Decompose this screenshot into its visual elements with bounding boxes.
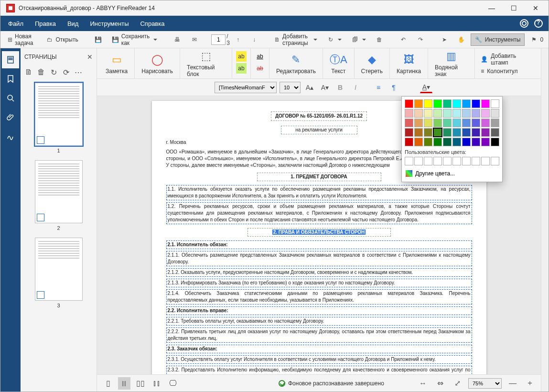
color-swatch[interactable] (405, 99, 413, 108)
more-thumb-icon[interactable]: ⋯ (74, 68, 83, 76)
color-swatch[interactable] (414, 99, 423, 108)
refresh-thumb-icon[interactable]: ⟳ (62, 68, 70, 76)
menu-edit[interactable]: Правка (29, 17, 62, 30)
color-swatch[interactable] (481, 138, 490, 146)
rotate-thumb-icon[interactable]: ↻ (49, 68, 58, 76)
undo-button[interactable]: ↶ (395, 33, 411, 46)
font-select[interactable]: [TimesNewRomanF (215, 82, 277, 93)
settings-icon[interactable] (520, 19, 528, 28)
delete-thumb-icon[interactable]: 🗑 (37, 68, 45, 76)
watermark-tool[interactable]: ▥Водяной знак (428, 48, 475, 78)
color-swatch[interactable] (414, 119, 423, 127)
add-stamp-button[interactable]: 👤Добавить штамп (481, 53, 533, 66)
pages-tab[interactable] (2, 51, 19, 68)
draw-tool[interactable]: ◯Нарисовать (135, 48, 180, 78)
more-colors-button[interactable]: Другие цвета... (405, 168, 499, 179)
user-color-swatch[interactable] (491, 157, 499, 165)
user-color-swatch[interactable] (472, 157, 480, 165)
thumbnail-1[interactable]: 1 (34, 83, 84, 153)
redo-button[interactable]: ↷ (412, 33, 429, 46)
color-swatch[interactable] (452, 119, 461, 127)
text-tool[interactable]: ⓉAТекст (323, 48, 355, 78)
color-swatch[interactable] (491, 128, 499, 137)
strikethrough-button[interactable]: ab (255, 63, 265, 74)
fit-width-button[interactable]: ↔ (417, 377, 429, 390)
color-swatch[interactable] (424, 138, 432, 146)
user-color-swatch[interactable] (481, 157, 490, 165)
user-color-swatch[interactable] (424, 157, 432, 165)
rotate-button[interactable]: ↻ (323, 33, 346, 46)
tools-button[interactable]: 🔧Инструменты (471, 33, 525, 46)
attachments-tab[interactable] (2, 109, 19, 126)
view-continuous-button[interactable]: ⫼ (118, 377, 130, 390)
color-swatch[interactable] (424, 109, 432, 118)
user-color-swatch[interactable] (414, 157, 423, 165)
color-swatch[interactable] (472, 128, 480, 137)
thumbnail-2[interactable]: 2 (34, 160, 84, 231)
color-swatch[interactable] (462, 119, 471, 127)
issues-button[interactable]: ⚑0 (526, 33, 548, 46)
color-swatch[interactable] (424, 99, 432, 108)
zoom-select[interactable]: 75% (468, 378, 502, 389)
add-pages-button[interactable]: 🗎Добавить страницы (270, 31, 322, 49)
close-button[interactable]: ✕ (525, 0, 547, 16)
page-up-button[interactable]: ↑ (230, 33, 246, 46)
page-input[interactable] (211, 34, 226, 45)
bookmarks-tab[interactable] (2, 70, 19, 87)
color-swatch[interactable] (462, 109, 471, 118)
signature-tab[interactable] (2, 128, 19, 145)
zoom-out-button[interactable]: — (506, 377, 519, 390)
menu-file[interactable]: Файл (2, 17, 29, 30)
color-swatch[interactable] (414, 109, 423, 118)
color-swatch[interactable] (433, 109, 442, 118)
color-swatch[interactable] (462, 138, 471, 146)
line-spacing-button[interactable]: ≡ (372, 82, 385, 93)
color-swatch[interactable] (472, 99, 480, 108)
font-size-select[interactable]: 10 (280, 82, 301, 93)
print-button[interactable]: 🖶 (169, 33, 185, 46)
color-swatch[interactable] (424, 119, 432, 127)
color-swatch[interactable] (443, 128, 452, 137)
user-color-swatch[interactable] (452, 157, 461, 165)
color-swatch[interactable] (443, 138, 452, 146)
help-icon[interactable] (534, 19, 543, 28)
erase-tool[interactable]: ◆Стереть (355, 48, 390, 78)
color-swatch[interactable] (462, 99, 471, 108)
color-swatch[interactable] (452, 109, 461, 118)
color-swatch[interactable] (405, 119, 413, 127)
color-swatch[interactable] (481, 128, 490, 137)
color-swatch[interactable] (491, 99, 499, 108)
color-swatch[interactable] (491, 109, 499, 118)
thumbnail-3[interactable]: 3 (34, 238, 84, 308)
textblock-tool[interactable]: ⬚Текстовый блок (180, 48, 232, 78)
color-swatch[interactable] (405, 109, 413, 118)
delete-page-button[interactable]: 🗑 (371, 33, 388, 46)
color-swatch[interactable] (433, 138, 442, 146)
user-color-swatch[interactable] (433, 157, 442, 165)
color-swatch[interactable] (491, 119, 499, 127)
page-down-button[interactable]: ↓ (246, 33, 262, 46)
highlight-yellow[interactable]: ab (236, 51, 247, 62)
color-swatch[interactable] (452, 128, 461, 137)
color-swatch[interactable] (443, 109, 452, 118)
header-footer-button[interactable]: ≡Колонтитул (481, 68, 533, 75)
color-swatch[interactable] (462, 128, 471, 137)
menu-tools[interactable]: Инструменты (84, 17, 134, 30)
color-swatch[interactable] (414, 138, 423, 146)
vertical-scrollbar[interactable] (541, 48, 549, 392)
color-swatch[interactable] (443, 119, 452, 127)
color-swatch[interactable] (433, 119, 442, 127)
color-swatch[interactable] (481, 109, 490, 118)
document-viewport[interactable]: Пользовательские цвета: Другие цвета... … (97, 96, 541, 374)
color-swatch[interactable] (414, 128, 423, 137)
color-swatch[interactable] (472, 109, 480, 118)
font-grow-button[interactable]: A▴ (303, 82, 316, 93)
add-page-icon[interactable]: 🗎 (24, 68, 33, 76)
view-single-button[interactable]: ▯ (102, 377, 114, 390)
user-color-swatch[interactable] (443, 157, 452, 165)
actual-size-button[interactable]: ⤢ (451, 377, 463, 390)
color-swatch[interactable] (433, 99, 442, 108)
bold-button[interactable]: B (334, 82, 346, 93)
color-swatch[interactable] (405, 128, 413, 137)
fit-page-button[interactable]: ⇔ (434, 377, 446, 390)
